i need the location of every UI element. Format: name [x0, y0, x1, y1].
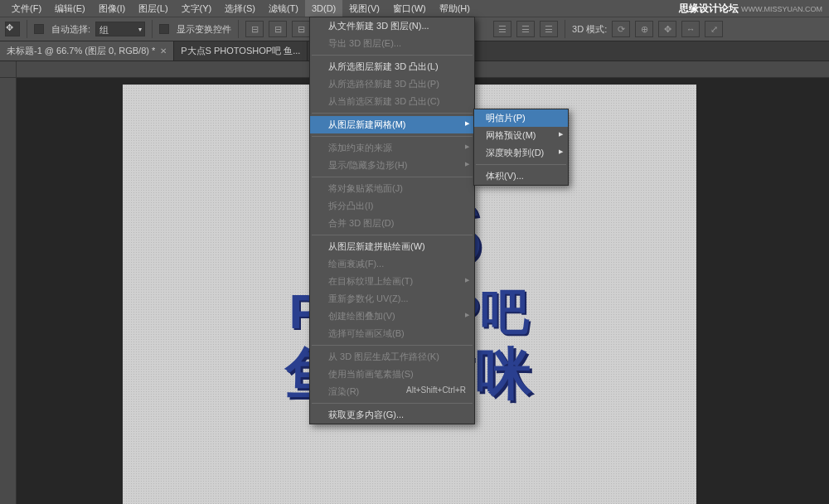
tab-label: P大点S PHOTOSHOP吧 鱼...	[181, 45, 300, 57]
menuitem-paint-on-target: 在目标纹理上绘画(T)	[310, 273, 474, 290]
close-icon[interactable]: ✕	[160, 46, 167, 56]
watermark-url: WWW.MISSYUAN.COM	[741, 5, 822, 13]
separator	[312, 177, 473, 177]
watermark: 思缘设计论坛 WWW.MISSYUAN.COM	[679, 2, 822, 16]
menuitem-paint-falloff: 绘画衰减(F)...	[310, 255, 474, 273]
ruler-vertical[interactable]	[0, 78, 17, 504]
menuitem-new-mesh-from-layer[interactable]: 从图层新建网格(M)	[310, 116, 474, 133]
align-icon[interactable]: ⊟	[292, 21, 310, 37]
3d-scale-icon[interactable]: ⤢	[705, 21, 723, 37]
autoselect-dropdown[interactable]: 组	[95, 22, 145, 36]
separator	[312, 136, 473, 137]
mode-3d-label: 3D 模式:	[572, 23, 607, 36]
menuitem-select-paintable-areas: 选择可绘画区域(B)	[310, 325, 474, 342]
divider	[565, 20, 565, 38]
separator	[312, 403, 473, 404]
menuitem-sketch-with-brush: 使用当前画笔素描(S)	[310, 366, 474, 383]
3d-pan-icon[interactable]: ✥	[658, 21, 676, 37]
divider	[27, 20, 27, 38]
watermark-title: 思缘设计论坛	[679, 2, 739, 14]
submenu-new-mesh: 明信片(P) 网格预设(M) 深度映射到(D) 体积(V)...	[473, 109, 569, 186]
divider	[238, 20, 239, 38]
menuitem-new-tiled-painting[interactable]: 从图层新建拼贴绘画(W)	[310, 238, 474, 255]
menuitem-merge-3d-layers: 合并 3D 图层(D)	[310, 215, 474, 232]
transform-checkbox[interactable]	[159, 24, 169, 34]
3d-slide-icon[interactable]: ↔	[681, 21, 700, 37]
divider	[152, 20, 153, 38]
menu-help[interactable]: 帮助(H)	[433, 0, 477, 17]
separator	[312, 55, 473, 56]
menu-type[interactable]: 文字(Y)	[175, 0, 219, 17]
menu-3d-dropdown: 从文件新建 3D 图层(N)... 导出 3D 图层(E)... 从所选图层新建…	[309, 17, 475, 424]
menuitem-depth-map-to[interactable]: 深度映射到(D)	[474, 144, 568, 162]
menuitem-snap-to-ground: 将对象贴紧地面(J)	[310, 180, 474, 197]
separator	[476, 164, 566, 165]
menu-image[interactable]: 图像(I)	[92, 0, 132, 17]
align-icon[interactable]: ⊟	[245, 21, 264, 37]
menuitem-reparameterize-uv: 重新参数化 UV(Z)...	[310, 290, 474, 308]
menuitem-postcard[interactable]: 明信片(P)	[474, 109, 568, 127]
distribute-icon[interactable]: ☰	[516, 21, 535, 37]
menuitem-create-painting-overlay: 创建绘图叠加(V)	[310, 308, 474, 325]
menuitem-volume[interactable]: 体积(V)...	[474, 167, 568, 185]
menuitem-export-3d-layer: 导出 3D 图层(E)...	[310, 35, 474, 52]
menuitem-add-constraints: 添加约束的来源	[310, 139, 474, 157]
distribute-icon[interactable]: ☰	[493, 21, 511, 37]
separator	[312, 345, 473, 346]
3d-orbit-icon[interactable]: ⟳	[612, 21, 630, 37]
ruler-origin[interactable]	[0, 61, 17, 78]
separator	[312, 235, 473, 235]
tab-label: 未标题-1 @ 66.7% (图层 0, RGB/8) *	[7, 45, 155, 57]
separator	[312, 113, 473, 114]
tab-document-2[interactable]: P大点S PHOTOSHOP吧 鱼...	[174, 41, 308, 61]
menu-filter[interactable]: 滤镜(T)	[262, 0, 305, 17]
menuitem-get-more-content[interactable]: 获取更多内容(G)...	[310, 406, 474, 424]
menuitem-split-extrusion: 拆分凸出(I)	[310, 197, 474, 215]
menuitem-new-3d-layer-from-file[interactable]: 从文件新建 3D 图层(N)...	[310, 17, 474, 35]
autoselect-checkbox[interactable]	[34, 24, 44, 34]
menu-layer[interactable]: 图层(L)	[132, 0, 174, 17]
move-tool-icon[interactable]: ✥	[5, 22, 20, 36]
menu-select[interactable]: 选择(S)	[218, 0, 262, 17]
distribute-icon[interactable]: ☰	[540, 21, 558, 37]
menuitem-new-3d-extrusion-selection: 从当前选区新建 3D 凸出(C)	[310, 93, 474, 110]
autoselect-label: 自动选择:	[51, 23, 90, 36]
menu-view[interactable]: 视图(V)	[342, 0, 386, 17]
menuitem-show-hide-polygons: 显示/隐藏多边形(H)	[310, 157, 474, 174]
menuitem-render: 渲染(R)Alt+Shift+Ctrl+R	[310, 383, 474, 400]
3d-roll-icon[interactable]: ⊕	[635, 21, 653, 37]
shortcut-label: Alt+Shift+Ctrl+R	[406, 385, 466, 395]
menuitem-new-3d-extrusion-layer[interactable]: 从所选图层新建 3D 凸出(L)	[310, 58, 474, 75]
menuitem-mesh-preset[interactable]: 网格预设(M)	[474, 127, 568, 144]
menuitem-make-work-path: 从 3D 图层生成工作路径(K)	[310, 348, 474, 366]
menu-window[interactable]: 窗口(W)	[386, 0, 433, 17]
menu-edit[interactable]: 编辑(E)	[48, 0, 92, 17]
menuitem-new-3d-extrusion-path: 从所选路径新建 3D 凸出(P)	[310, 75, 474, 93]
align-icon[interactable]: ⊟	[269, 21, 287, 37]
tab-document-1[interactable]: 未标题-1 @ 66.7% (图层 0, RGB/8) * ✕	[0, 41, 174, 61]
menu-3d[interactable]: 3D(D)	[305, 0, 342, 17]
menu-file[interactable]: 文件(F)	[5, 0, 48, 17]
transform-label: 显示变换控件	[177, 23, 231, 36]
